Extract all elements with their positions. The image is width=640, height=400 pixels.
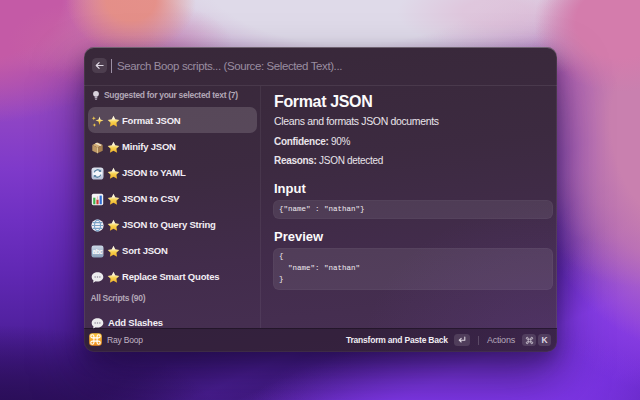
- svg-text:abc: abc: [92, 248, 103, 255]
